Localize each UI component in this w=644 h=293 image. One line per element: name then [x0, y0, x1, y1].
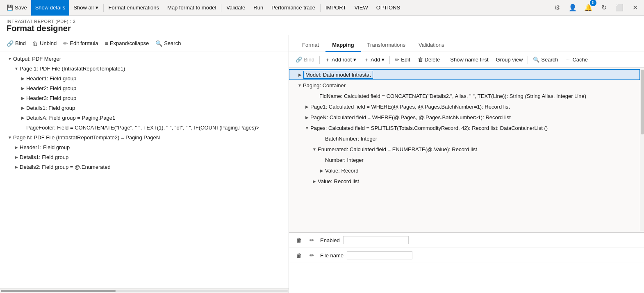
right-bind-button[interactable]: 🔗 Bind — [292, 55, 318, 64]
tree-node-pageN[interactable]: ▼ Page N: PDF File (IntrastatReportTempl… — [0, 132, 289, 142]
right-mapping-toolbar: 🔗 Bind ＋ Add root ▾ ＋ Add ▾ ✏ Edit 🗑 Del — [289, 52, 644, 68]
show-details-button[interactable]: Show details — [31, 0, 70, 16]
format-enumerations-button[interactable]: Format enumerations — [105, 0, 164, 16]
expand-icon-output[interactable]: ▼ — [7, 55, 13, 62]
tree-node-header1b[interactable]: ▶ Header1: Field group ⋯ — [0, 142, 289, 152]
tree-node-details1[interactable]: ▶ Details1: Field group ⋯ — [0, 103, 289, 113]
sep-r4 — [528, 56, 528, 64]
mapping-node-value-list[interactable]: ▶ Value: Record list — [289, 176, 640, 186]
notification-badge: 0 — [590, 0, 596, 6]
delete-button[interactable]: 🗑 Delete — [414, 55, 444, 64]
prop-label-filename: File name — [320, 252, 344, 259]
tab-mapping[interactable]: Mapping — [325, 39, 360, 52]
expand-icon-page1[interactable]: ▼ — [13, 65, 20, 72]
prop-input-filename[interactable] — [347, 251, 412, 259]
close-button[interactable]: ✕ — [628, 1, 642, 14]
edit-button[interactable]: ✏ Edit — [391, 55, 413, 64]
map-format-to-model-button[interactable]: Map format to model — [163, 0, 220, 16]
expand-icon-header2[interactable]: ▶ — [20, 85, 26, 91]
expand-collapse-button[interactable]: ≡ Expand/collapse — [102, 39, 152, 48]
expand-icon-details2b[interactable]: ▶ — [13, 164, 20, 170]
tree-node-header3[interactable]: ▶ Header3: Field group ⋯ — [0, 93, 289, 103]
tree-node-pagefooter[interactable]: ▶ PageFooter: Field = CONCATENATE("Page"… — [0, 123, 289, 132]
show-all-button[interactable]: Show all ▾ — [69, 0, 102, 16]
save-button[interactable]: 💾 Save — [2, 0, 31, 16]
group-view-button[interactable]: Group view — [493, 55, 526, 64]
mapping-node-model[interactable]: ▶ Model: Data model Intrastat — [289, 69, 640, 80]
edit-formula-button[interactable]: ✏ Edit formula — [60, 39, 101, 48]
tree-node-header1[interactable]: ▶ Header1: Field group ⋯ — [0, 73, 289, 83]
tab-transformations[interactable]: Transformations — [361, 39, 412, 52]
expand-icon-pageN[interactable]: ▼ — [7, 134, 13, 141]
restore-button[interactable]: ⬜ — [613, 1, 626, 14]
tree-node-header2[interactable]: ▶ Header2: Field group ⋯ — [0, 83, 289, 93]
expand-enumerated[interactable]: ▼ — [311, 146, 318, 152]
mapping-node-value-record[interactable]: ▶ Value: Record — [289, 165, 640, 176]
performance-trace-button[interactable]: Performance trace — [267, 0, 319, 16]
expand-page1calc[interactable]: ▶ — [304, 103, 310, 110]
left-search-button[interactable]: 🔍 Search — [152, 39, 184, 48]
plus-icon-root: ＋ — [325, 56, 330, 64]
delete-prop-enabled[interactable]: 🗑 — [294, 235, 304, 245]
v-scrollbar-thumb[interactable] — [641, 70, 644, 134]
expand-value-list[interactable]: ▶ — [311, 178, 318, 184]
vertical-scrollbar[interactable] — [640, 69, 644, 231]
unbind-button[interactable]: 🗑 Unbind — [29, 39, 60, 48]
validate-button[interactable]: Validate — [222, 0, 249, 16]
expand-icon-header1b[interactable]: ▶ — [13, 144, 20, 150]
tree-node-details1b[interactable]: ▶ Details1: Field group ⋯ — [0, 152, 289, 162]
scrollbar-track[interactable] — [1, 290, 288, 292]
tree-node-detailsA[interactable]: ▶ DetailsA: Field group = Paging.Page1 ⋯ — [0, 113, 289, 123]
delete-prop-filename[interactable]: 🗑 — [294, 250, 304, 260]
bind-button[interactable]: 🔗 Bind — [3, 39, 29, 48]
edit-prop-filename[interactable]: ✏ — [307, 250, 317, 260]
mapping-node-fldname[interactable]: ▶ FldName: Calculated field = CONCATENAT… — [289, 91, 640, 101]
expand-paging[interactable]: ▼ — [296, 82, 303, 89]
expand-icon: ≡ — [105, 40, 108, 47]
prop-input-enabled[interactable] — [343, 236, 409, 244]
run-button[interactable]: Run — [249, 0, 267, 16]
right-search-button[interactable]: 🔍 Search — [530, 55, 561, 64]
toolbar-right-actions: ⚙ 👤 🔔 0 ↻ ⬜ ✕ — [551, 1, 642, 14]
expand-value-record[interactable]: ▶ — [319, 167, 325, 174]
show-name-first-button[interactable]: Show name first — [447, 55, 492, 64]
expand-icon-details1b[interactable]: ▶ — [13, 154, 20, 160]
mapping-node-pages[interactable]: ▼ Pages: Calculated field = SPLITLIST(To… — [289, 123, 640, 133]
notifications-button[interactable]: 🔔 0 — [582, 1, 595, 14]
mapping-node-enumerated[interactable]: ▼ Enumerated: Calculated field = ENUMERA… — [289, 144, 640, 154]
tree-node-details2b[interactable]: ▶ Details2: Field group = @.Enumerated ⋯ — [0, 162, 289, 172]
settings-icon-button[interactable]: ⚙ — [551, 1, 564, 14]
tab-format[interactable]: Format — [296, 39, 325, 52]
mapping-node-pageNcalc[interactable]: ▶ PageN: Calculated field = WHERE(@.Page… — [289, 112, 640, 123]
tab-validations[interactable]: Validations — [412, 39, 451, 52]
link-icon-right: 🔗 — [296, 57, 302, 63]
left-tree[interactable]: ▼ Output: PDF Merger ⋯ ▼ Page 1: PDF Fil… — [0, 52, 289, 288]
expand-icon-header1[interactable]: ▶ — [20, 75, 26, 82]
edit-prop-enabled[interactable]: ✏ — [307, 235, 317, 245]
expand-pageNcalc[interactable]: ▶ — [304, 114, 310, 120]
import-button[interactable]: IMPORT — [321, 0, 350, 16]
add-root-button[interactable]: ＋ Add root ▾ — [321, 55, 360, 65]
mapping-node-paging[interactable]: ▼ Paging: Container — [289, 80, 640, 91]
add-button[interactable]: ＋ Add ▾ — [360, 55, 388, 65]
expand-pages[interactable]: ▼ — [304, 125, 310, 131]
account-icon-button[interactable]: 👤 — [566, 1, 579, 14]
expand-icon-header3[interactable]: ▶ — [20, 95, 26, 101]
mapping-tree[interactable]: ▶ Model: Data model Intrastat ▼ Paging: … — [289, 68, 644, 232]
cache-button[interactable]: ＋ Cache — [562, 55, 591, 65]
mapping-node-page1calc[interactable]: ▶ Page1: Calculated field = WHERE(@.Page… — [289, 101, 640, 112]
mapping-node-number[interactable]: ▶ Number: Integer — [289, 154, 640, 165]
expand-model[interactable]: ▶ — [297, 71, 303, 78]
expand-icon-details1[interactable]: ▶ — [20, 104, 26, 111]
options-button[interactable]: OPTIONS — [372, 0, 405, 16]
horizontal-scrollbar[interactable] — [0, 288, 289, 293]
tree-node-output[interactable]: ▼ Output: PDF Merger ⋯ — [0, 54, 289, 64]
tree-node-page1[interactable]: ▼ Page 1: PDF File (IntrastatReportTempl… — [0, 64, 289, 73]
view-button[interactable]: VIEW — [350, 0, 372, 16]
mapping-node-batchnumber[interactable]: ▶ BatchNumber: Integer — [289, 133, 640, 144]
left-toolbar: 🔗 Bind 🗑 Unbind ✏ Edit formula ≡ Expand/… — [0, 35, 289, 52]
plus-icon-add: ＋ — [364, 56, 369, 64]
refresh-button[interactable]: ↻ — [597, 1, 610, 14]
expand-icon-detailsA[interactable]: ▶ — [20, 114, 26, 121]
scrollbar-thumb[interactable] — [1, 290, 116, 292]
